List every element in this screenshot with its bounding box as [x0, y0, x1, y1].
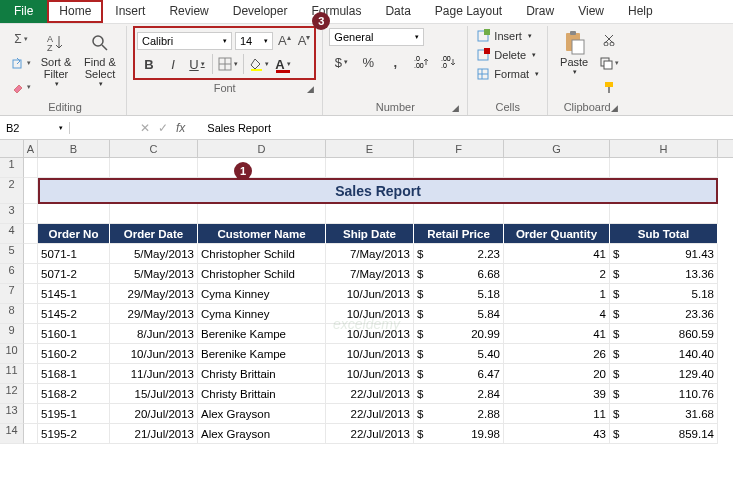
cell[interactable] — [24, 404, 38, 424]
cell-subtotal[interactable]: $110.76 — [610, 384, 718, 404]
cell-price[interactable]: $19.98 — [414, 424, 504, 444]
cell-qty[interactable]: 1 — [504, 284, 610, 304]
row-header[interactable]: 7 — [0, 284, 24, 304]
table-header[interactable]: Order Date — [110, 224, 198, 244]
row-header[interactable]: 9 — [0, 324, 24, 344]
cell-shipdate[interactable]: 22/Jul/2013 — [326, 404, 414, 424]
cell-shipdate[interactable]: 10/Jun/2013 — [326, 344, 414, 364]
cell-orderdate[interactable]: 20/Jul/2013 — [110, 404, 198, 424]
fill-icon[interactable]: ▾ — [10, 52, 32, 74]
row-header[interactable]: 8 — [0, 304, 24, 324]
cell-customer[interactable]: Christy Brittain — [198, 364, 326, 384]
cell-subtotal[interactable]: $13.36 — [610, 264, 718, 284]
increase-font-icon[interactable]: A▴ — [276, 33, 293, 48]
sheet-row[interactable]: 95160-18/Jun/2013Berenike Kampe10/Jun/20… — [0, 324, 733, 344]
cell-subtotal[interactable]: $5.18 — [610, 284, 718, 304]
decrease-font-icon[interactable]: A▾ — [296, 33, 313, 48]
row-header[interactable]: 2 — [0, 178, 24, 204]
menu-view[interactable]: View — [566, 0, 616, 23]
cell[interactable] — [326, 204, 414, 224]
copy-icon[interactable]: ▾ — [598, 52, 620, 74]
table-header[interactable]: Ship Date — [326, 224, 414, 244]
sheet-row[interactable]: 125168-215/Jul/2013Christy Brittain22/Ju… — [0, 384, 733, 404]
col-header[interactable]: D — [198, 140, 326, 157]
cell[interactable] — [504, 204, 610, 224]
cell-orderno[interactable]: 5168-2 — [38, 384, 110, 404]
cell[interactable] — [24, 224, 38, 244]
row-header[interactable]: 10 — [0, 344, 24, 364]
cell[interactable] — [198, 204, 326, 224]
font-size-combo[interactable]: 14▾ — [235, 32, 273, 50]
find-select-button[interactable]: Find & Select ▾ — [80, 28, 120, 90]
cell-qty[interactable]: 11 — [504, 404, 610, 424]
col-header[interactable]: F — [414, 140, 504, 157]
cell-orderdate[interactable]: 8/Jun/2013 — [110, 324, 198, 344]
cell-price[interactable]: $6.47 — [414, 364, 504, 384]
cell[interactable] — [24, 344, 38, 364]
cell-customer[interactable]: Berenike Kampe — [198, 344, 326, 364]
menu-file[interactable]: File — [0, 0, 47, 23]
col-header[interactable]: E — [326, 140, 414, 157]
cell-qty[interactable]: 39 — [504, 384, 610, 404]
name-box[interactable]: B2▾ — [0, 122, 70, 134]
sheet-row[interactable]: 105160-210/Jun/2013Berenike Kampe10/Jun/… — [0, 344, 733, 364]
enter-formula-icon[interactable]: ✓ — [158, 121, 168, 135]
format-painter-icon[interactable] — [598, 76, 620, 98]
cell-price[interactable]: $5.18 — [414, 284, 504, 304]
cell-orderdate[interactable]: 15/Jul/2013 — [110, 384, 198, 404]
cell[interactable] — [110, 158, 198, 178]
table-header[interactable]: Order No — [38, 224, 110, 244]
cell-orderdate[interactable]: 5/May/2013 — [110, 244, 198, 264]
cell-customer[interactable]: Alex Grayson — [198, 424, 326, 444]
cell-customer[interactable]: Christy Brittain — [198, 384, 326, 404]
sheet-row[interactable]: 1 — [0, 158, 733, 178]
row-header[interactable]: 14 — [0, 424, 24, 444]
cell-price[interactable]: $5.40 — [414, 344, 504, 364]
menu-insert[interactable]: Insert — [103, 0, 157, 23]
underline-button[interactable]: U▾ — [185, 52, 209, 76]
cell-orderno[interactable]: 5195-1 — [38, 404, 110, 424]
cell-subtotal[interactable]: $91.43 — [610, 244, 718, 264]
paste-button[interactable]: Paste ▾ — [554, 28, 594, 78]
cell[interactable] — [198, 158, 326, 178]
cell[interactable] — [38, 158, 110, 178]
cell-orderdate[interactable]: 5/May/2013 — [110, 264, 198, 284]
menu-data[interactable]: Data — [373, 0, 422, 23]
fill-color-icon[interactable]: ▾ — [247, 52, 271, 76]
cell[interactable] — [24, 424, 38, 444]
sheet-body[interactable]: 1 exceldemy 12Sales Report34Order NoOrde… — [0, 158, 733, 444]
font-name-combo[interactable]: Calibri▾ — [137, 32, 232, 50]
sheet-row[interactable]: 4Order NoOrder DateCustomer NameShip Dat… — [0, 224, 733, 244]
cell-price[interactable]: $2.88 — [414, 404, 504, 424]
accounting-icon[interactable]: $▾ — [329, 50, 353, 74]
row-header[interactable]: 12 — [0, 384, 24, 404]
cell-qty[interactable]: 26 — [504, 344, 610, 364]
delete-cells-button[interactable]: Delete▾ — [474, 47, 538, 63]
clear-icon[interactable]: ▾ — [10, 76, 32, 98]
bold-button[interactable]: B — [137, 52, 161, 76]
cell[interactable] — [610, 158, 718, 178]
cell-subtotal[interactable]: $860.59 — [610, 324, 718, 344]
row-header[interactable]: 13 — [0, 404, 24, 424]
cell-qty[interactable]: 43 — [504, 424, 610, 444]
cell-customer[interactable]: Cyma Kinney — [198, 304, 326, 324]
sheet-row[interactable]: 145195-221/Jul/2013Alex Grayson22/Jul/20… — [0, 424, 733, 444]
cell[interactable] — [24, 158, 38, 178]
cell-orderno[interactable]: 5195-2 — [38, 424, 110, 444]
cell-subtotal[interactable]: $859.14 — [610, 424, 718, 444]
cell-qty[interactable]: 41 — [504, 244, 610, 264]
sheet-row[interactable]: 75145-129/May/2013Cyma Kinney10/Jun/2013… — [0, 284, 733, 304]
cancel-formula-icon[interactable]: ✕ — [140, 121, 150, 135]
cell-customer[interactable]: Berenike Kampe — [198, 324, 326, 344]
cell[interactable] — [110, 204, 198, 224]
autosum-icon[interactable]: Σ▾ — [10, 28, 32, 50]
cell[interactable] — [326, 158, 414, 178]
cell[interactable] — [610, 204, 718, 224]
sheet-row[interactable]: 115168-111/Jun/2013Christy Brittain10/Ju… — [0, 364, 733, 384]
table-header[interactable]: Sub Total — [610, 224, 718, 244]
cell-orderno[interactable]: 5071-2 — [38, 264, 110, 284]
borders-icon[interactable]: ▾ — [216, 52, 240, 76]
comma-icon[interactable]: , — [383, 50, 407, 74]
cell[interactable] — [504, 158, 610, 178]
number-format-combo[interactable]: General▾ — [329, 28, 424, 46]
